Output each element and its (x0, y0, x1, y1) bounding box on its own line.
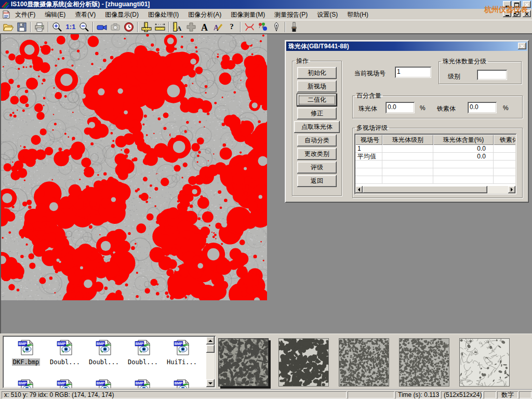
file-item[interactable]: Doubl... (124, 339, 162, 366)
pearlite-input[interactable]: 0.0 (385, 102, 415, 113)
table-row[interactable]: 平均值 0.0 (355, 153, 515, 161)
dialog-close-icon: × (520, 44, 525, 49)
bmp-file-icon (173, 378, 191, 388)
zoom-out-button[interactable] (77, 21, 91, 33)
text-icon: A (199, 21, 210, 33)
svg-text:A: A (177, 24, 182, 32)
save-button[interactable] (15, 21, 29, 33)
status-mode: 数字 (497, 391, 518, 398)
menu-image-display[interactable]: 图像显示(D) (100, 9, 143, 20)
table-row-empty (355, 161, 515, 168)
thumbnail-1[interactable] (218, 338, 269, 387)
client-area: 珠光体(GB/T9441-88) × 操作 初始化 新视场 二值化 修正 点取珠… (0, 33, 532, 338)
timer-button[interactable] (122, 21, 136, 33)
file-item-partial[interactable] (124, 378, 162, 388)
return-button[interactable]: 返回 (297, 175, 337, 187)
timer-icon (123, 21, 135, 33)
operation-group: 操作 初始化 新视场 二值化 修正 点取珠光体 自动分类 更改类别 评级 返回 (292, 57, 342, 196)
cell-empty (494, 161, 515, 168)
metallographic-image[interactable] (1, 34, 267, 300)
operation-group-label: 操作 (295, 57, 310, 65)
text-button[interactable]: A (198, 21, 211, 33)
current-field-input[interactable]: 1 (395, 66, 431, 78)
file-list-scrollbar[interactable] (206, 337, 215, 387)
scroll-right-button[interactable] (508, 186, 515, 193)
markers-button[interactable]: 3 (256, 21, 270, 33)
svg-text:3: 3 (262, 25, 263, 29)
dialog-close-button[interactable]: × (518, 43, 526, 49)
grade-button[interactable]: 评级 (297, 162, 337, 174)
video-camera-button[interactable] (95, 21, 109, 33)
scrollbar-thumb[interactable] (206, 345, 215, 353)
file-item-partial[interactable] (163, 378, 201, 388)
col-ferrite-content[interactable]: 铁素体含量(%) (494, 135, 515, 145)
cell-pearlite-grade (382, 153, 433, 161)
file-item-partial[interactable] (7, 378, 45, 388)
col-pearlite-content[interactable]: 珠光体含量(%) (433, 135, 494, 145)
pick-pearlite-button[interactable]: 点取珠光体 (294, 121, 340, 133)
menu-image-analysis[interactable]: 图像分析(A) (183, 9, 226, 20)
init-button[interactable]: 初始化 (297, 67, 337, 79)
scrollbar-thumb[interactable] (363, 186, 487, 193)
col-pearlite-grade[interactable]: 珠光体级别 (382, 135, 433, 145)
pen-button[interactable] (270, 21, 283, 33)
ferrite-input[interactable]: 0.0 (468, 102, 497, 113)
cell-ferrite-content (494, 153, 515, 161)
col-field-number[interactable]: 视场号 (355, 135, 382, 145)
file-item[interactable]: Doubl... (85, 339, 123, 366)
grade-input[interactable] (477, 70, 507, 80)
bmp-file-icon (134, 378, 152, 388)
file-item[interactable]: HuiTi... (163, 339, 201, 366)
scroll-left-button[interactable] (355, 186, 363, 193)
move-cross-button[interactable] (184, 21, 198, 33)
toolbar-separator (285, 22, 286, 32)
bmp-file-icon (56, 339, 74, 356)
annotate-button[interactable]: A (211, 21, 225, 33)
menu-image-processing[interactable]: 图像处理(I) (143, 9, 183, 20)
table-horizontal-scrollbar[interactable] (355, 186, 515, 193)
menu-edit[interactable]: 编辑(E) (40, 9, 70, 20)
actual-size-button[interactable]: 1:1 (64, 21, 77, 33)
print-button[interactable] (33, 21, 46, 33)
new-field-button[interactable]: 新视场 (297, 81, 337, 92)
toolbar-separator (30, 22, 31, 32)
auto-classify-button[interactable]: 自动分类 (297, 135, 337, 147)
menu-file[interactable]: 文件(F) (10, 9, 40, 20)
zoom-in-button[interactable] (50, 21, 64, 33)
scroll-down-button[interactable] (206, 379, 215, 387)
menu-settings[interactable]: 设置(S) (312, 9, 342, 20)
thumbnail-5[interactable] (459, 338, 510, 387)
binarize-button[interactable]: 二值化 (297, 94, 337, 106)
file-item-partial[interactable] (85, 378, 123, 388)
thumbnail-3[interactable] (339, 338, 389, 387)
menu-view[interactable]: 查看(V) (70, 9, 100, 20)
camera-button[interactable] (109, 21, 122, 33)
correct-button[interactable]: 修正 (297, 108, 337, 119)
scroll-up-button[interactable] (206, 337, 215, 344)
menu-image-measure[interactable]: 图像测量(M) (226, 9, 270, 20)
table-row[interactable]: 1 0.0 (355, 145, 515, 153)
save-icon (16, 21, 28, 33)
measure-text-button[interactable]: A (171, 21, 184, 33)
change-class-button[interactable]: 更改类别 (297, 148, 337, 160)
ruler-horizontal-button[interactable] (153, 21, 167, 33)
curve-button[interactable] (243, 21, 256, 33)
menu-measure-report[interactable]: 测量报告(P) (270, 9, 312, 20)
open-button[interactable] (2, 21, 15, 33)
ruler-horizontal-icon (154, 21, 166, 33)
menu-help[interactable]: 帮助(H) (342, 9, 373, 20)
status-time: Time (s): 0.113 (395, 391, 440, 398)
file-item[interactable]: DKF.bmp (7, 339, 45, 366)
cell-empty (494, 176, 515, 184)
file-item-partial[interactable] (46, 378, 84, 388)
file-item[interactable]: Doubl... (46, 339, 84, 366)
help-icon: ? (230, 22, 234, 31)
document-icon: DOC (2, 10, 10, 19)
grade-label: 级别 (448, 72, 460, 81)
brush-button[interactable] (287, 21, 301, 33)
thumbnail-4[interactable] (399, 338, 449, 387)
toolbar-separator (92, 22, 94, 32)
thumbnail-2[interactable] (278, 338, 329, 387)
help-button[interactable]: ? (225, 21, 238, 33)
ruler-vertical-button[interactable] (140, 21, 153, 33)
